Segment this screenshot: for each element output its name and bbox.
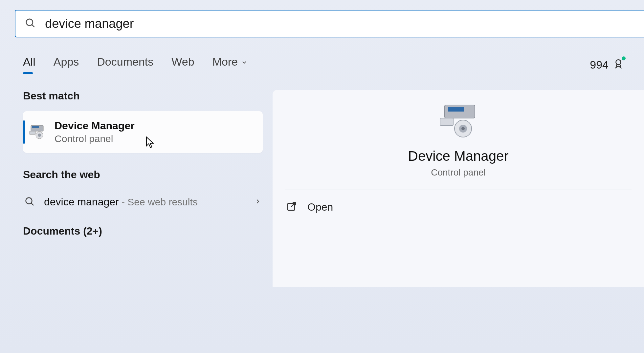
cursor-icon bbox=[145, 136, 155, 150]
web-result-query: device manager bbox=[44, 196, 119, 208]
search-input[interactable] bbox=[45, 17, 644, 31]
svg-point-7 bbox=[38, 134, 41, 137]
svg-point-2 bbox=[616, 60, 621, 65]
web-result-suffix: - See web results bbox=[119, 197, 198, 207]
device-manager-icon bbox=[29, 124, 45, 140]
svg-point-15 bbox=[461, 127, 465, 130]
search-icon bbox=[25, 17, 36, 30]
rewards-points[interactable]: 994 bbox=[590, 58, 636, 72]
tab-web[interactable]: Web bbox=[171, 55, 194, 74]
svg-rect-11 bbox=[448, 107, 464, 112]
svg-line-9 bbox=[31, 203, 33, 205]
search-web-heading: Search the web bbox=[23, 169, 263, 181]
tab-more-label: More bbox=[212, 55, 238, 68]
tab-documents[interactable]: Documents bbox=[97, 55, 153, 74]
open-action[interactable]: Open bbox=[273, 190, 644, 224]
svg-line-1 bbox=[32, 25, 34, 27]
svg-rect-5 bbox=[30, 131, 35, 135]
search-box[interactable] bbox=[15, 10, 644, 37]
svg-rect-4 bbox=[32, 126, 39, 128]
results-column: Best match Device Manager Control panel bbox=[23, 90, 263, 287]
best-match-subtitle: Control panel bbox=[55, 133, 135, 144]
svg-point-0 bbox=[26, 19, 33, 26]
search-icon bbox=[24, 196, 35, 208]
filter-tabs: All Apps Documents Web More 994 bbox=[15, 37, 644, 74]
medal-icon bbox=[612, 58, 624, 72]
web-result-item[interactable]: device manager - See web results bbox=[23, 190, 263, 214]
preview-title: Device Manager bbox=[408, 148, 509, 164]
open-action-label: Open bbox=[307, 201, 333, 213]
documents-heading: Documents (2+) bbox=[23, 225, 263, 237]
best-match-heading: Best match bbox=[23, 90, 263, 102]
best-match-result[interactable]: Device Manager Control panel bbox=[23, 111, 263, 153]
svg-point-8 bbox=[26, 197, 32, 204]
tab-more[interactable]: More bbox=[212, 55, 248, 74]
chevron-down-icon bbox=[241, 55, 248, 68]
tab-all[interactable]: All bbox=[23, 55, 35, 74]
svg-rect-12 bbox=[440, 118, 453, 125]
best-match-title: Device Manager bbox=[55, 120, 135, 132]
rewards-points-value: 994 bbox=[590, 58, 609, 71]
preview-subtitle: Control panel bbox=[431, 167, 486, 178]
preview-panel: Device Manager Control panel Open bbox=[273, 90, 644, 287]
tab-apps[interactable]: Apps bbox=[54, 55, 79, 74]
chevron-right-icon bbox=[254, 198, 261, 206]
open-external-icon bbox=[286, 200, 298, 214]
device-manager-icon bbox=[435, 103, 481, 139]
